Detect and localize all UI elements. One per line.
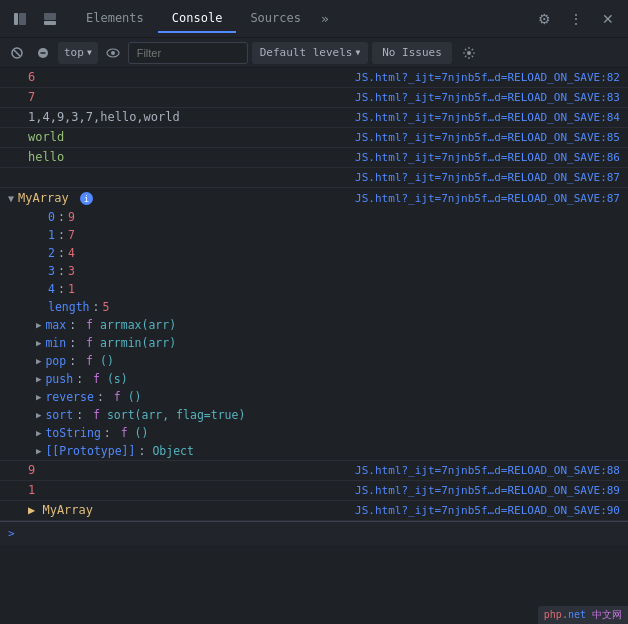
svg-line-5 [14,50,20,56]
console-input[interactable] [21,527,620,541]
context-dropdown-icon: ▼ [87,48,92,57]
prop-row-0: 0 : 9 [0,208,628,226]
console-output: 6 JS.html?_ijt=7njnb5f…d=RELOAD_ON_SAVE:… [0,68,628,624]
prop-row-max[interactable]: ▶ max : f arrmax(arr) [0,316,628,334]
prop-row-push[interactable]: ▶ push : f (s) [0,370,628,388]
tab-sources[interactable]: Sources [236,5,315,33]
log-row-array[interactable]: 1,4,9,3,7,hello,world JS.html?_ijt=7njnb… [0,108,628,128]
log-row-world[interactable]: world JS.html?_ijt=7njnb5f…d=RELOAD_ON_S… [0,128,628,148]
console-toolbar: top ▼ Default levels ▼ No Issues [0,38,628,68]
method-arrow-pop: ▶ [36,356,41,366]
object-header-myarray[interactable]: ▼ MyArray i JS.html?_ijt=7njnb5f…d=RELOA… [0,188,628,208]
method-arrow-push: ▶ [36,374,41,384]
filter-input[interactable] [128,42,248,64]
input-chevron-icon: > [8,527,15,540]
log-link-1[interactable]: JS.html?_ijt=7njnb5f…d=RELOAD_ON_SAVE:89 [355,484,628,497]
net-text: net [568,609,586,620]
eye-button[interactable] [102,42,124,64]
top-bar-right: ⚙ ⋮ ✕ [532,7,620,31]
log-value-1: 1 [0,482,355,498]
prop-row-4: 4 : 1 [0,280,628,298]
levels-label: Default levels [260,46,353,59]
log-link-6[interactable]: JS.html?_ijt=7njnb5f…d=RELOAD_ON_SAVE:82 [355,71,628,84]
log-value-7: 7 [0,89,355,105]
levels-arrow-icon: ▼ [355,48,360,57]
levels-dropdown[interactable]: Default levels ▼ [252,42,369,64]
object-link-myarray[interactable]: JS.html?_ijt=7njnb5f…d=RELOAD_ON_SAVE:87 [355,192,628,205]
prop-row-pop[interactable]: ▶ pop : f () [0,352,628,370]
log-value-array: 1,4,9,3,7,hello,world [0,109,355,125]
prop-row-2: 2 : 4 [0,244,628,262]
log-link-9[interactable]: JS.html?_ijt=7njnb5f…d=RELOAD_ON_SAVE:88 [355,464,628,477]
console-settings-button[interactable] [458,42,480,64]
log-row-9[interactable]: 9 JS.html?_ijt=7njnb5f…d=RELOAD_ON_SAVE:… [0,461,628,481]
object-section-myarray: ▼ MyArray i JS.html?_ijt=7njnb5f…d=RELOA… [0,188,628,461]
log-row-empty[interactable]: JS.html?_ijt=7njnb5f…d=RELOAD_ON_SAVE:87 [0,168,628,188]
tab-console[interactable]: Console [158,5,237,33]
method-arrow-sort: ▶ [36,410,41,420]
more-menu-button[interactable]: ⋮ [564,7,588,31]
info-icon[interactable]: i [80,192,93,205]
log-link-world[interactable]: JS.html?_ijt=7njnb5f…d=RELOAD_ON_SAVE:85 [355,131,628,144]
top-bar: Elements Console Sources » ⚙ ⋮ ✕ [0,0,628,38]
log-value-world: world [0,129,355,145]
log-link-myarray-bottom[interactable]: JS.html?_ijt=7njnb5f…d=RELOAD_ON_SAVE:90 [355,504,628,517]
log-link-7[interactable]: JS.html?_ijt=7njnb5f…d=RELOAD_ON_SAVE:83 [355,91,628,104]
method-arrow-tostring: ▶ [36,428,41,438]
no-issues-button[interactable]: No Issues [372,42,452,64]
prop-row-prototype[interactable]: ▶ [[Prototype]] : Object [0,442,628,460]
php-text: php [544,609,562,620]
svg-rect-2 [44,13,56,20]
devtools-controls [8,7,62,31]
prop-row-3: 3 : 3 [0,262,628,280]
log-row-6[interactable]: 6 JS.html?_ijt=7njnb5f…d=RELOAD_ON_SAVE:… [0,68,628,88]
context-value: top [64,46,84,59]
method-arrow-max: ▶ [36,320,41,330]
close-button[interactable]: ✕ [596,7,620,31]
more-tabs-button[interactable]: » [315,11,335,26]
log-value-myarray-bottom: ▶ MyArray [0,502,355,518]
log-row-1[interactable]: 1 JS.html?_ijt=7njnb5f…d=RELOAD_ON_SAVE:… [0,481,628,501]
log-value-6: 6 [0,69,355,85]
log-value-9: 9 [0,462,355,478]
context-selector[interactable]: top ▼ [58,42,98,64]
tab-elements[interactable]: Elements [72,5,158,33]
log-link-empty[interactable]: JS.html?_ijt=7njnb5f…d=RELOAD_ON_SAVE:87 [355,171,628,184]
cn-text: 中文网 [592,609,622,620]
stop-button[interactable] [32,42,54,64]
svg-point-10 [467,51,471,55]
prop-row-sort[interactable]: ▶ sort : f sort(arr, flag=true) [0,406,628,424]
log-row-myarray-bottom[interactable]: ▶ MyArray JS.html?_ijt=7njnb5f…d=RELOAD_… [0,501,628,521]
svg-rect-0 [14,13,18,25]
log-row-7[interactable]: 7 JS.html?_ijt=7njnb5f…d=RELOAD_ON_SAVE:… [0,88,628,108]
dock-bottom-button[interactable] [38,7,62,31]
svg-rect-1 [19,13,26,25]
log-link-array[interactable]: JS.html?_ijt=7njnb5f…d=RELOAD_ON_SAVE:84 [355,111,628,124]
log-value-hello: hello [0,149,355,165]
method-arrow-min: ▶ [36,338,41,348]
method-arrow-prototype: ▶ [36,446,41,456]
log-value-empty [0,169,355,171]
svg-rect-3 [44,21,56,25]
svg-point-9 [111,51,115,55]
log-row-hello[interactable]: hello JS.html?_ijt=7njnb5f…d=RELOAD_ON_S… [0,148,628,168]
prop-row-reverse[interactable]: ▶ reverse : f () [0,388,628,406]
console-input-row: > [0,521,628,545]
method-arrow-reverse: ▶ [36,392,41,402]
prop-row-length: length : 5 [0,298,628,316]
object-properties: 0 : 9 1 : 7 2 : 4 3 : 3 4 : 1 [0,208,628,460]
expand-arrow-icon: ▼ [8,193,14,204]
prop-row-min[interactable]: ▶ min : f arrmin(arr) [0,334,628,352]
dock-left-button[interactable] [8,7,32,31]
log-link-hello[interactable]: JS.html?_ijt=7njnb5f…d=RELOAD_ON_SAVE:86 [355,151,628,164]
php-badge: php.net 中文网 [538,606,628,624]
object-name-myarray: MyArray i [18,191,93,206]
prop-row-1: 1 : 7 [0,226,628,244]
settings-button[interactable]: ⚙ [532,7,556,31]
prop-row-tostring[interactable]: ▶ toString : f () [0,424,628,442]
clear-console-button[interactable] [6,42,28,64]
